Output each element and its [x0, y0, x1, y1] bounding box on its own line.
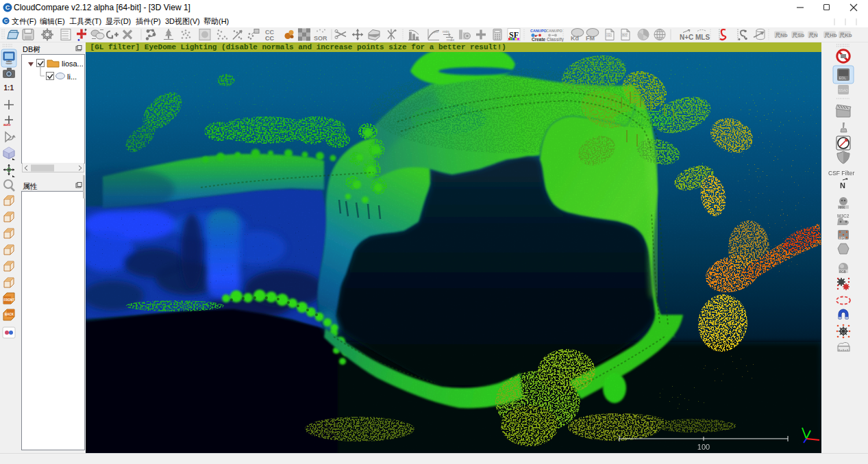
- svg-text:min: min: [443, 29, 449, 34]
- svg-text:尺Nb: 尺Nb: [774, 32, 788, 38]
- svg-text:FM: FM: [586, 35, 595, 42]
- svg-text:CSV: CSV: [622, 34, 628, 37]
- svg-text:li...: li...: [67, 73, 77, 81]
- svg-text:尺Sb: 尺Sb: [791, 32, 804, 38]
- svg-text:尺N: 尺N: [808, 32, 818, 38]
- svg-text:liosa...: liosa...: [62, 60, 83, 68]
- svg-text:C: C: [4, 18, 8, 23]
- svg-text:尺Kb: 尺Kb: [839, 32, 852, 38]
- svg-text:BACK: BACK: [5, 313, 14, 316]
- svg-text:max: max: [447, 38, 454, 42]
- svg-text:SOR: SOR: [314, 35, 327, 42]
- svg-text:1:1: 1:1: [4, 84, 14, 92]
- svg-text:MLS: MLS: [695, 34, 710, 41]
- svg-text:auto: auto: [3, 123, 11, 127]
- svg-text:N+C: N+C: [680, 34, 693, 41]
- svg-text:HRK: HRK: [839, 206, 845, 209]
- svg-text:100: 100: [697, 443, 710, 451]
- svg-text:SSAO: SSAO: [839, 88, 848, 92]
- svg-text:BHP: BHP: [606, 34, 612, 37]
- svg-text:Create: Create: [532, 37, 546, 42]
- svg-text:SF: SF: [509, 30, 519, 40]
- svg-text:CANUPO: CANUPO: [530, 29, 547, 33]
- svg-text:CANUPO: CANUPO: [546, 29, 563, 33]
- svg-text:FRONT: FRONT: [4, 298, 15, 302]
- svg-text:尺Hb: 尺Hb: [823, 32, 837, 38]
- svg-text:N: N: [840, 181, 845, 190]
- svg-text:RGB: RGB: [839, 270, 846, 274]
- svg-text:C: C: [5, 4, 10, 11]
- svg-text:CSF Filter: CSF Filter: [828, 170, 854, 177]
- svg-text:M3C2: M3C2: [837, 214, 850, 218]
- svg-text:Classify: Classify: [547, 37, 564, 42]
- svg-text:μσ: μσ: [434, 29, 438, 34]
- svg-text:RPS: RPS: [839, 237, 845, 240]
- svg-text:CC: CC: [265, 35, 274, 42]
- svg-text:Kd: Kd: [571, 35, 579, 42]
- svg-text:EDL: EDL: [839, 76, 847, 80]
